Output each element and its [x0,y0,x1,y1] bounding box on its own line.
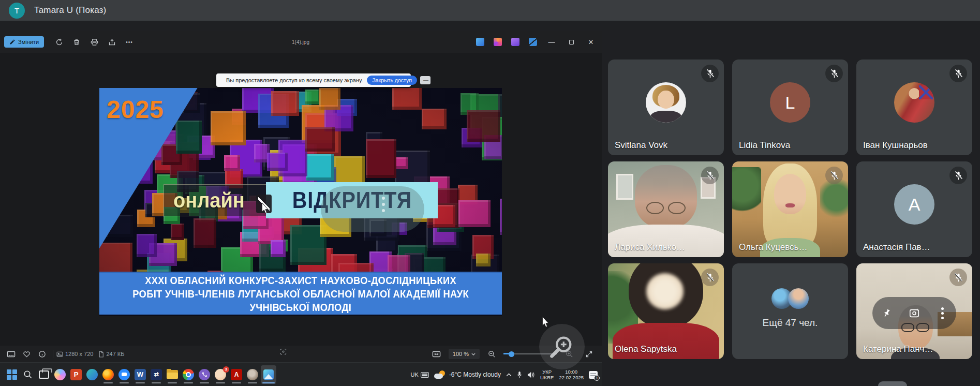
mic-off-icon [701,269,719,286]
tray-chevron-icon[interactable] [506,373,512,377]
zoom-icon[interactable] [116,365,132,384]
photos-app-icon[interactable] [472,35,488,49]
edit-button-label: Змінити [18,39,39,45]
presenter-initial: T [14,6,19,15]
participant-tile[interactable]: Olena Sapytska [608,263,724,359]
participant-tile[interactable]: Лариса Хилько… [608,161,724,257]
filmstrip-icon[interactable] [3,348,19,360]
banner-line-1: ХХХІ ОБЛАСНИЙ КОНКУРС-ЗАХИСТ НАУКОВО-ДОС… [145,274,456,287]
zoom-level-dropdown[interactable]: 100 % [449,349,480,359]
firefox-icon[interactable] [100,365,116,384]
photos-icon[interactable] [261,365,276,384]
close-button[interactable]: ✕ [582,35,600,49]
copilot-icon[interactable] [52,365,68,384]
filename: 1(4).jpg [275,31,326,53]
participant-tile[interactable]: Катерина Панч… [856,263,972,359]
shared-screen: Змінити ••• 1(4).jpg — [0,31,602,386]
initial-avatar: A [894,184,934,225]
presenter-name: Tamara U (Показ) [34,5,106,16]
image-dimensions: 1280 x 720 [65,351,93,357]
participant-name: Анастасія Пав… [863,242,930,253]
delete-icon[interactable] [68,35,85,49]
participant-name: Svitlana Vovk [615,140,667,151]
chrome-icon[interactable] [181,365,196,384]
participant-grid: Svitlana VovkLLidia TinkovaІван Кушнарьо… [608,60,972,359]
pin-icon[interactable] [876,303,897,323]
more-participants[interactable]: Ещё 47 чел. [732,263,848,359]
viber-icon[interactable] [197,365,212,384]
zoom-slider-knob[interactable] [509,351,514,357]
teamviewer-icon[interactable]: ⇄ [149,365,164,384]
clock[interactable]: 10:0022.02.2025 [559,369,584,380]
designer-icon[interactable] [490,35,506,49]
presenter-bar: T Tamara U (Показ) [0,0,980,21]
participant-tile[interactable]: Ольга Куцевсь… [732,161,848,257]
start-icon[interactable] [4,365,20,384]
more-options[interactable]: ••• [121,35,138,49]
slide-banner: ХХХІ ОБЛАСНИЙ КОНКУРС-ЗАХИСТ НАУКОВО-ДОС… [99,272,502,315]
participant-tile[interactable]: Іван Кушнарьов [856,60,972,155]
participant-name: Лариса Хилько… [615,242,685,253]
presenter-avatar: T [9,3,25,19]
favorite-icon[interactable] [19,348,34,360]
slide-image: 2025 онлайн ВІДКРИТТЯ ХХХІ ОБЛАСНИЙ КОНК… [99,88,502,316]
participant-tile[interactable]: Ещё 47 чел. [732,263,848,359]
screen-share-notification: Вы предоставляете доступ ко всему своему… [216,73,411,87]
notification-count: 1 [594,375,600,381]
info-icon[interactable] [34,348,50,360]
task-view-icon[interactable] [36,365,52,384]
clipchamp-icon[interactable] [508,35,523,49]
initial-avatar: L [770,82,810,123]
input-indicator[interactable]: UK [411,372,429,378]
keyboard-icon [421,372,429,378]
tray-time: 10:00 [565,369,577,375]
mic-off-icon [825,167,843,184]
mic-off-icon [949,65,967,82]
language-indicator[interactable]: УКРUKRE [540,369,554,380]
file-explorer-icon[interactable] [165,365,180,384]
acrobat-icon[interactable]: A [229,365,244,384]
minimize-button[interactable]: — [543,35,560,49]
messenger-icon[interactable]: 3 [213,365,228,384]
restore-button[interactable] [562,35,580,49]
photo-avatar [894,82,934,123]
edit-button[interactable]: Змінити [4,36,44,48]
mic-off-icon [825,65,843,82]
participant-tile[interactable]: AАнастасія Пав… [856,161,972,257]
zoom-out-icon[interactable] [484,348,499,360]
effects-icon[interactable] [904,303,925,323]
fdm-icon[interactable] [84,365,100,384]
participant-name: Olena Sapytska [615,344,677,354]
tray-mic-icon[interactable] [517,371,522,379]
mic-off-icon [949,167,967,184]
participant-name: Катерина Панч… [863,344,933,354]
participant-tile[interactable]: Svitlana Vovk [608,60,724,155]
notification-minimize-button[interactable]: — [420,76,430,84]
banner-line-3: УЧНІВСЬКОЇ МОЛОДІ [250,301,352,314]
tray-speaker-icon[interactable] [527,372,535,378]
participant-tile[interactable]: LLidia Tinkova [732,60,848,155]
mini-avatar [788,288,809,309]
weather-text: -6°C Mostly cloudy [449,371,501,378]
meet-more-pill[interactable] [878,381,907,386]
share-icon[interactable] [103,35,121,49]
participant-name: Lidia Tinkova [739,140,790,151]
fit-to-window-icon[interactable] [429,348,444,360]
more-options-icon[interactable] [932,303,953,323]
weather-widget[interactable]: -6°C Mostly cloudy [434,370,501,379]
rotate-icon[interactable] [50,35,68,49]
search-icon[interactable] [20,365,36,384]
filesize-icon [98,351,104,358]
dimensions-icon [56,351,63,357]
notification-center-icon[interactable]: 1 [589,371,598,379]
photo-avatar [646,82,686,123]
stop-sharing-button[interactable]: Закрыть доступ [367,76,417,85]
banner-line-2: РОБІТ УЧНІВ-ЧЛЕНІВ ЛУГАНСЬКОЇ ОБЛАСНОЇ М… [132,287,469,301]
print-icon[interactable] [85,35,103,49]
powerpoint-icon[interactable]: P [68,365,84,384]
word-icon[interactable]: W [132,365,148,384]
gimp-icon[interactable] [245,365,260,384]
onedrive-icon[interactable] [525,35,541,49]
meet-window: T Tamara U (Показ) Змінити ••• 1(4).jpg [0,0,980,386]
online-label: онлайн [173,189,245,212]
